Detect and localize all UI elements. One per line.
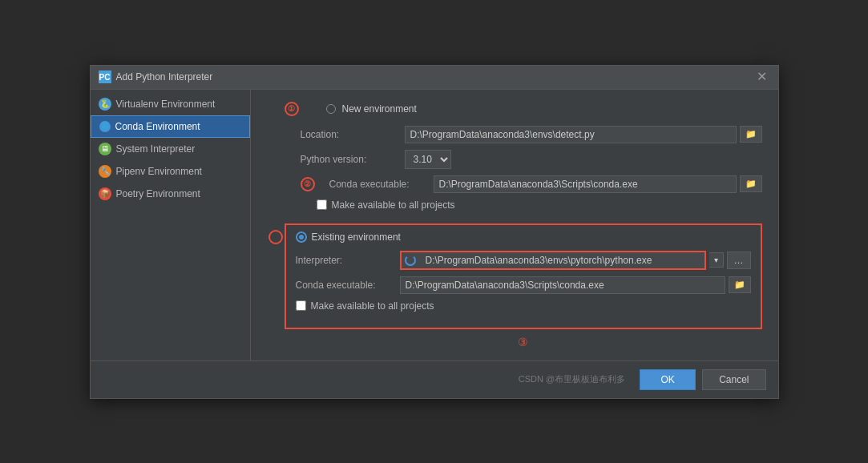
- make-available-existing-checkbox[interactable]: [296, 300, 306, 311]
- location-label: Location:: [301, 129, 405, 140]
- make-available-new-row: Make available to all projects: [285, 199, 762, 211]
- conda-exec-new-wrap: 📁: [434, 175, 762, 193]
- step-number-2: ②: [301, 177, 315, 191]
- conda-exec-wrap: 📁: [400, 276, 751, 294]
- conda-exec-new-label: Conda executable:: [329, 179, 434, 190]
- sidebar-label-pipenv: Pipenv Environment: [116, 166, 202, 177]
- sidebar-item-poetry[interactable]: 📦 Poetry Environment: [91, 183, 250, 205]
- location-input[interactable]: [405, 126, 737, 143]
- sidebar-item-conda[interactable]: Conda Environment: [91, 115, 250, 138]
- existing-environment-radio[interactable]: [296, 231, 307, 243]
- location-field-row: Location: 📁: [285, 126, 762, 143]
- make-available-new-checkbox[interactable]: [317, 199, 327, 210]
- step-number-existing: [268, 230, 283, 244]
- location-field-wrap: 📁: [405, 126, 762, 143]
- interpreter-input[interactable]: [422, 252, 704, 268]
- loading-spinner-icon: [405, 255, 416, 266]
- interpreter-spinner: [400, 251, 706, 270]
- close-button[interactable]: ✕: [753, 70, 770, 83]
- sidebar-item-pipenv[interactable]: 🔧 Pipenv Environment: [91, 160, 250, 183]
- system-icon: 🖥: [99, 143, 111, 155]
- python-version-select[interactable]: 3.10 3.9 3.8: [405, 150, 451, 169]
- watermark: CSDN @布里枞板迪布利多: [103, 373, 634, 385]
- ok-button[interactable]: OK: [640, 369, 696, 390]
- existing-environment-radio-row: Existing environment: [296, 231, 751, 243]
- conda-exec-label: Conda executable:: [296, 280, 400, 291]
- interpreter-browse-button[interactable]: …: [727, 252, 751, 269]
- interpreter-dropdown-button[interactable]: ▾: [709, 252, 724, 268]
- conda-exec-field-row: Conda executable: 📁: [296, 276, 751, 294]
- pipenv-icon: 🔧: [99, 165, 111, 178]
- interpreter-label: Interpreter:: [296, 255, 400, 266]
- interpreter-type-sidebar: 🐍 Virtualenv Environment Conda Environme…: [91, 90, 251, 360]
- dialog-body: 🐍 Virtualenv Environment Conda Environme…: [91, 90, 778, 360]
- dialog-title: Add Python Interpreter: [116, 71, 213, 83]
- step-number-1: ①: [285, 102, 299, 116]
- conda-exec-new-input[interactable]: [434, 175, 737, 193]
- existing-environment-box: Existing environment Interpreter: ▾ …: [285, 223, 762, 329]
- new-environment-label: New environment: [342, 103, 417, 115]
- conda-exec-input[interactable]: [400, 276, 725, 294]
- add-python-interpreter-dialog: PC Add Python Interpreter ✕ 🐍 Virtualenv…: [90, 65, 779, 399]
- step-number-3: ③: [518, 336, 528, 348]
- python-version-label: Python version:: [301, 154, 405, 165]
- sidebar-item-system[interactable]: 🖥 System Interpreter: [91, 138, 250, 160]
- conda-exec-new-field-row: ② Conda executable: 📁: [285, 175, 762, 193]
- make-available-existing-row: Make available to all projects: [296, 300, 751, 312]
- interpreter-wrap: ▾ …: [400, 251, 751, 270]
- sidebar-label-system: System Interpreter: [116, 143, 196, 155]
- python-version-wrap: 3.10 3.9 3.8: [405, 150, 762, 169]
- step-number-3-row: ③: [285, 336, 762, 348]
- new-environment-radio-row: ① New environment: [285, 102, 762, 116]
- main-content: ① New environment Location: 📁 Python: [251, 90, 778, 360]
- sidebar-label-conda: Conda Environment: [115, 121, 200, 132]
- existing-environment-label: Existing environment: [312, 231, 401, 243]
- sidebar-label-poetry: Poetry Environment: [116, 188, 200, 199]
- conda-exec-browse-button[interactable]: 📁: [729, 276, 751, 293]
- make-available-new-label: Make available to all projects: [332, 199, 455, 211]
- title-left: PC Add Python Interpreter: [99, 70, 213, 83]
- virtualenv-icon: 🐍: [99, 98, 111, 111]
- cancel-button[interactable]: Cancel: [702, 369, 765, 390]
- dialog-footer: CSDN @布里枞板迪布利多 OK Cancel: [91, 360, 778, 398]
- poetry-icon: 📦: [99, 187, 111, 200]
- sidebar-label-virtualenv: Virtualenv Environment: [116, 99, 216, 110]
- conda-exec-new-browse-button[interactable]: 📁: [740, 175, 762, 192]
- content-inner: ① New environment Location: 📁 Python: [267, 102, 762, 348]
- interpreter-field-row: Interpreter: ▾ …: [296, 251, 751, 270]
- location-browse-button[interactable]: 📁: [740, 126, 762, 143]
- sidebar-item-virtualenv[interactable]: 🐍 Virtualenv Environment: [91, 93, 250, 115]
- titlebar: PC Add Python Interpreter ✕: [91, 66, 778, 90]
- python-version-field-row: Python version: 3.10 3.9 3.8: [285, 150, 762, 169]
- conda-icon: [99, 121, 111, 132]
- app-icon: PC: [99, 70, 111, 83]
- new-environment-section: ① New environment Location: 📁 Python: [285, 102, 762, 211]
- make-available-existing-label: Make available to all projects: [311, 300, 434, 312]
- new-environment-radio[interactable]: [326, 104, 336, 114]
- existing-env-container: Existing environment Interpreter: ▾ …: [285, 223, 762, 348]
